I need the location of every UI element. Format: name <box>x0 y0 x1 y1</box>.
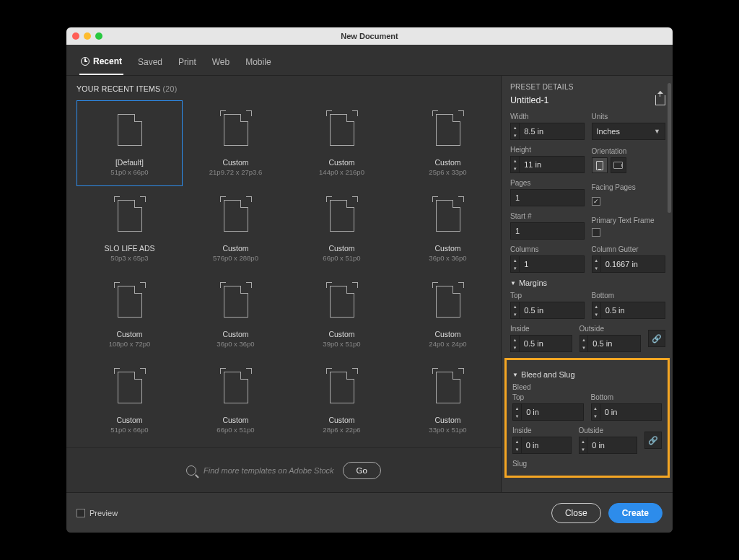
preset-card[interactable]: [Default]51p0 x 66p0 <box>76 100 183 186</box>
chevron-down-icon: ▼ <box>654 128 660 135</box>
tab-web[interactable]: Web <box>211 52 231 75</box>
preset-card[interactable]: Custom144p0 x 216p0 <box>289 100 395 186</box>
stock-search-input[interactable]: Find more templates on Adobe Stock <box>204 466 334 475</box>
preset-dimensions: 21p9.72 x 27p3.6 <box>209 168 262 176</box>
bleed-top-field[interactable]: 0 in <box>521 403 583 421</box>
preset-card[interactable]: Custom66p0 x 51p0 <box>289 186 395 272</box>
units-select[interactable]: Inches▼ <box>592 123 666 140</box>
chevron-down-icon: ▼ <box>510 280 516 286</box>
columns-stepper[interactable]: ▲▼ <box>510 255 519 273</box>
preset-dimensions: 576p0 x 288p0 <box>213 254 258 262</box>
preset-dimensions: 36p0 x 36p0 <box>429 254 466 262</box>
preset-card[interactable]: Custom25p6 x 33p0 <box>395 100 501 186</box>
tab-recent[interactable]: Recent <box>79 52 123 75</box>
margins-accordion[interactable]: ▼Margins <box>510 279 665 287</box>
orientation-landscape[interactable] <box>611 157 626 173</box>
preset-name: Custom <box>222 244 248 253</box>
bleed-inside-field[interactable]: 0 in <box>521 437 572 454</box>
preset-name: Custom <box>328 416 354 424</box>
preset-gallery: YOUR RECENT ITEMS (20) [Default]51p0 x 6… <box>66 76 501 492</box>
orientation-portrait[interactable] <box>592 157 608 173</box>
preset-name: SLO LIFE ADS <box>104 244 154 253</box>
preset-details-heading: PRESET DETAILS <box>510 83 665 91</box>
width-stepper[interactable]: ▲▼ <box>510 123 519 140</box>
preset-dimensions: 36p0 x 36p0 <box>217 340 254 348</box>
bleed-slug-accordion[interactable]: ▼Bleed and Slug <box>512 370 662 379</box>
start-number-field[interactable]: 1 <box>510 222 585 240</box>
preset-name: Custom <box>434 416 460 424</box>
preset-card[interactable]: Custom66p0 x 51p0 <box>183 358 289 444</box>
preset-card[interactable]: Custom33p0 x 51p0 <box>395 358 501 444</box>
scrollbar[interactable] <box>668 83 671 213</box>
columns-field[interactable]: 1 <box>519 255 584 273</box>
go-button[interactable]: Go <box>343 462 381 479</box>
preset-dimensions: 66p0 x 51p0 <box>323 254 360 262</box>
close-button[interactable]: Close <box>551 503 601 523</box>
height-stepper[interactable]: ▲▼ <box>510 156 519 173</box>
document-icon <box>113 109 147 151</box>
preset-card[interactable]: Custom36p0 x 36p0 <box>395 186 501 272</box>
preset-card[interactable]: Custom39p0 x 51p0 <box>289 272 395 358</box>
height-label: Height <box>510 146 585 154</box>
pages-field[interactable]: 1 <box>510 189 585 206</box>
margin-bottom-field[interactable]: 0.5 in <box>600 302 665 319</box>
bleed-outside-field[interactable]: 0 in <box>587 437 637 454</box>
preset-name: Custom <box>328 330 354 338</box>
preset-card[interactable]: Custom28p6 x 22p6 <box>289 358 395 444</box>
preset-name: Custom <box>222 416 248 424</box>
width-field[interactable]: 8.5 in <box>519 123 584 140</box>
facing-pages-label: Facing Pages <box>592 183 666 191</box>
link-bleed-icon[interactable]: 🔗 <box>644 432 662 449</box>
document-icon <box>431 195 465 237</box>
margin-top-field[interactable]: 0.5 in <box>519 302 584 319</box>
bleed-label: Bleed <box>512 383 662 391</box>
gutter-stepper[interactable]: ▲▼ <box>592 255 600 273</box>
facing-pages-checkbox[interactable]: ✓ <box>592 197 600 206</box>
bleed-outside-label: Outside <box>579 426 638 434</box>
slug-label: Slug <box>512 460 662 468</box>
margin-outside-field[interactable]: 0.5 in <box>587 335 641 352</box>
margin-inside-field[interactable]: 0.5 in <box>519 335 572 352</box>
document-icon <box>219 281 253 323</box>
gutter-field[interactable]: 0.1667 in <box>600 255 665 273</box>
tab-print[interactable]: Print <box>177 52 198 75</box>
preview-checkbox[interactable] <box>76 509 85 517</box>
bleed-bottom-field[interactable]: 0 in <box>600 403 662 421</box>
document-icon <box>325 281 359 323</box>
preset-dimensions: 144p0 x 216p0 <box>319 168 364 176</box>
document-name-field[interactable]: Untitled-1 <box>510 95 549 105</box>
columns-label: Columns <box>510 245 585 253</box>
create-button[interactable]: Create <box>608 503 663 523</box>
document-icon <box>431 367 465 408</box>
preset-card[interactable]: Custom576p0 x 288p0 <box>183 186 289 272</box>
preset-name: Custom <box>222 330 248 338</box>
preset-card[interactable]: Custom36p0 x 36p0 <box>183 272 289 358</box>
preset-dimensions: 66p0 x 51p0 <box>217 426 254 434</box>
preset-dimensions: 33p0 x 51p0 <box>429 426 466 434</box>
preset-card[interactable]: Custom24p0 x 24p0 <box>395 272 501 358</box>
height-field[interactable]: 11 in <box>519 156 584 173</box>
tab-saved[interactable]: Saved <box>136 52 164 75</box>
window-title: New Document <box>66 32 673 40</box>
tab-mobile[interactable]: Mobile <box>244 52 272 75</box>
recent-icon <box>81 57 89 66</box>
preset-dimensions: 39p0 x 51p0 <box>323 340 360 348</box>
preset-dimensions: 24p0 x 24p0 <box>429 340 466 348</box>
preset-card[interactable]: Custom21p9.72 x 27p3.6 <box>183 100 289 186</box>
primary-text-frame-checkbox[interactable] <box>592 228 600 237</box>
document-icon <box>431 281 465 323</box>
preview-label: Preview <box>89 509 118 517</box>
chevron-down-icon: ▼ <box>512 372 518 378</box>
preset-card[interactable]: SLO LIFE ADS50p3 x 65p3 <box>76 186 183 272</box>
bleed-slug-highlight: ▼Bleed and Slug Bleed Top ▲▼0 in Bottom … <box>504 358 670 478</box>
link-margins-icon[interactable]: 🔗 <box>648 330 665 347</box>
document-icon <box>325 367 359 408</box>
landscape-icon <box>613 162 623 169</box>
preset-card[interactable]: Custom108p0 x 72p0 <box>76 272 183 358</box>
document-icon <box>113 281 147 323</box>
margin-top-label: Top <box>510 292 585 299</box>
preset-card[interactable]: Custom51p0 x 66p0 <box>76 358 183 444</box>
save-preset-icon[interactable] <box>655 95 665 105</box>
gutter-label: Column Gutter <box>592 245 666 253</box>
preset-name: Custom <box>116 330 142 338</box>
